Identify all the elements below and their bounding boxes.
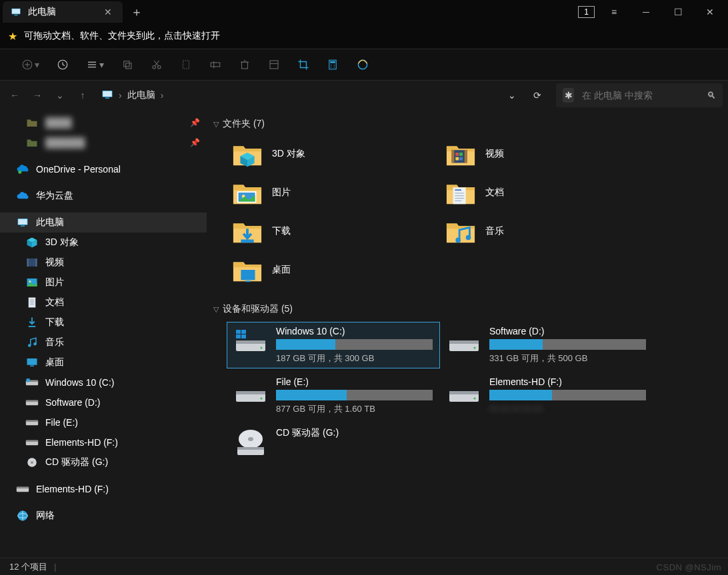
sidebar-item[interactable]: Software (D:): [0, 392, 207, 412]
addr-dropdown[interactable]: ⌄: [503, 90, 521, 101]
minimize-button[interactable]: ─: [633, 2, 659, 22]
folder-item[interactable]: 3D 对象: [228, 137, 441, 171]
chevron-right-icon[interactable]: ›: [161, 90, 164, 101]
crop-button[interactable]: [297, 59, 309, 71]
sidebar-item[interactable]: 音乐: [0, 332, 207, 352]
title-bar: 此电脑 ✕ ＋ 1 ≡ ─ ☐ ✕: [0, 0, 728, 23]
drive-usage-bar: [489, 339, 646, 350]
drive-item[interactable]: Elements-HD (F:)— — — — —: [440, 372, 653, 419]
gear-icon[interactable]: ✱: [563, 88, 574, 103]
view-button[interactable]: ▾: [86, 59, 104, 71]
new-button[interactable]: ▾: [21, 59, 39, 71]
group-header-folders[interactable]: ▽ 文件夹 (7): [209, 114, 728, 134]
svg-rect-41: [27, 259, 29, 267]
folder-item[interactable]: 视频: [441, 137, 655, 171]
rename-button[interactable]: [209, 59, 221, 71]
drive-item[interactable]: Windows 10 (C:)187 GB 可用，共 300 GB: [227, 322, 440, 368]
svg-rect-92: [241, 330, 246, 334]
up-button[interactable]: ↑: [73, 86, 92, 105]
drive-item[interactable]: CD 驱动器 (G:): [227, 423, 440, 463]
status-bar: 12 个项目 |: [0, 558, 728, 575]
svg-point-97: [261, 347, 263, 349]
hamburger-icon[interactable]: ≡: [601, 2, 627, 22]
search-input[interactable]: [582, 90, 699, 101]
folder-item[interactable]: 下载: [228, 214, 441, 249]
svg-rect-86: [241, 239, 253, 243]
folder-icon: [25, 116, 39, 129]
sidebar-item[interactable]: CD 驱动器 (G:): [0, 452, 207, 472]
sidebar-thispc[interactable]: 此电脑: [0, 213, 207, 233]
sidebar-item[interactable]: 桌面: [0, 352, 207, 372]
drive-icon: [232, 427, 269, 459]
recent-button[interactable]: ⌄: [51, 86, 69, 105]
window-count-box: 1: [578, 6, 595, 18]
svg-rect-1: [12, 9, 20, 13]
sidebar-item[interactable]: File (E:): [0, 412, 207, 432]
breadcrumb[interactable]: 此电脑: [127, 89, 155, 101]
sidebar-item-label: Elements-HD (F:): [36, 484, 109, 494]
desktop-icon: [25, 356, 39, 369]
folder-item[interactable]: 图片: [228, 175, 441, 210]
svg-line-17: [154, 61, 159, 66]
forward-button[interactable]: →: [28, 86, 47, 105]
refresh-button[interactable]: ⟳: [528, 90, 547, 101]
folder-icon: [25, 136, 39, 149]
svg-rect-90: [245, 281, 251, 282]
window-controls: 1 ≡ ─ ☐ ✕: [578, 2, 728, 22]
sidebar-item[interactable]: Elements-HD (F:): [0, 432, 207, 452]
folder-item[interactable]: 音乐: [441, 214, 655, 249]
drive-item[interactable]: Software (D:)331 GB 可用，共 500 GB: [440, 322, 653, 368]
sidebar-network[interactable]: 网络: [0, 506, 207, 526]
search-icon[interactable]: 🔍︎: [707, 90, 716, 101]
sidebar-item[interactable]: 图片: [0, 273, 207, 292]
sidebar-item-label: Software (D:): [45, 397, 100, 408]
svg-rect-60: [26, 420, 38, 422]
sidebar-item[interactable]: 3D 对象: [0, 233, 207, 253]
add-tab-button[interactable]: ＋: [123, 0, 151, 24]
ie-button[interactable]: [356, 58, 369, 71]
sidebar-item[interactable]: 下载: [0, 312, 207, 332]
history-button[interactable]: [57, 59, 69, 71]
drive-usage-bar: [276, 390, 433, 400]
picture-icon: [25, 276, 39, 289]
sidebar-item[interactable]: 视频: [0, 253, 207, 273]
address-bar[interactable]: › 此电脑 › ⌄ ⟳: [96, 83, 552, 107]
close-window-button[interactable]: ✕: [697, 2, 723, 22]
folder-item[interactable]: 桌面: [228, 253, 441, 287]
drive-subtext: 187 GB 可用，共 300 GB: [276, 352, 435, 364]
calculator-button[interactable]: [327, 59, 339, 71]
sidebar-quick-item[interactable]: ██████ 📌: [0, 133, 207, 153]
svg-point-50: [28, 344, 31, 347]
back-button[interactable]: ←: [5, 86, 24, 105]
folder-item[interactable]: 文档: [441, 175, 655, 210]
sidebar-onedrive[interactable]: OneDrive - Personal: [0, 159, 207, 179]
svg-point-44: [29, 281, 31, 283]
status-text: 12 个项目: [9, 561, 47, 573]
drive-item[interactable]: File (E:)877 GB 可用，共 1.60 TB: [227, 372, 440, 419]
sidebar-item-label: 桌面: [45, 356, 64, 368]
sidebar-item[interactable]: Windows 10 (C:): [0, 372, 207, 392]
tab-thispc[interactable]: 此电脑 ✕: [3, 1, 123, 23]
download-icon: [25, 316, 39, 329]
cut-button[interactable]: [151, 59, 163, 71]
svg-rect-58: [26, 400, 38, 402]
drive-usage-bar: [276, 339, 433, 350]
chevron-right-icon[interactable]: ›: [119, 90, 122, 101]
delete-button[interactable]: [239, 59, 251, 71]
sidebar-external[interactable]: Elements-HD (F:): [0, 479, 207, 499]
search-box[interactable]: ✱ 🔍︎: [556, 83, 723, 107]
close-tab-icon[interactable]: ✕: [101, 5, 115, 19]
drive-subtext: 331 GB 可用，共 500 GB: [489, 352, 648, 364]
sidebar-quick-item[interactable]: ████ 📌: [0, 113, 207, 133]
group-title: 设备和驱动器 (5): [223, 303, 293, 315]
maximize-button[interactable]: ☐: [665, 2, 691, 22]
svg-point-108: [248, 437, 253, 441]
group-header-drives[interactable]: ▽ 设备和驱动器 (5): [209, 299, 728, 319]
properties-button[interactable]: [268, 59, 280, 71]
sidebar-item[interactable]: 文档: [0, 292, 207, 312]
sidebar-huawei[interactable]: 华为云盘: [0, 186, 207, 206]
svg-rect-34: [103, 91, 112, 96]
svg-line-16: [155, 61, 159, 66]
paste-button[interactable]: [180, 59, 192, 71]
copy-button[interactable]: [121, 59, 133, 71]
